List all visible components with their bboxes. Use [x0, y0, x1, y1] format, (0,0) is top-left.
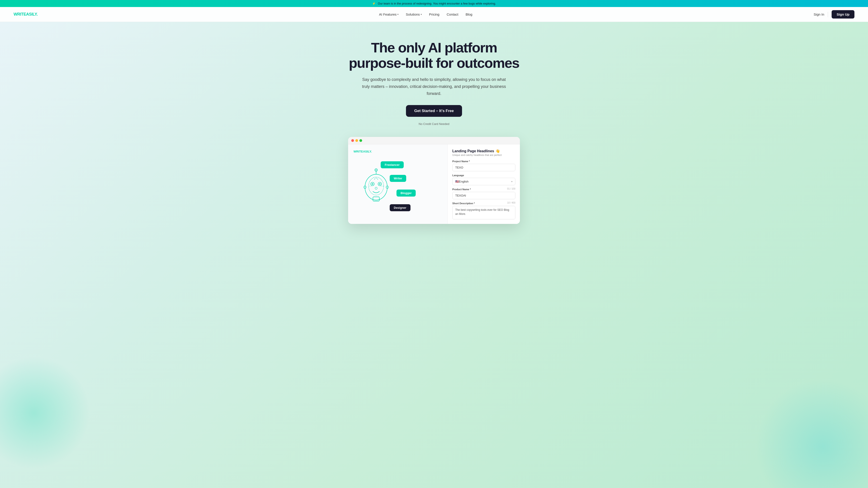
- language-select[interactable]: 🇺🇸 English ▾: [452, 178, 515, 185]
- chevron-down-icon: ▾: [397, 13, 399, 15]
- select-chevron-icon: ▾: [511, 180, 513, 183]
- announcement-banner: ⚡ Our team is in the process of redesign…: [0, 0, 868, 7]
- svg-point-7: [375, 187, 377, 190]
- preview-logo-dot: .: [371, 150, 372, 153]
- badge-writer: Writer: [390, 175, 406, 182]
- signin-button[interactable]: Sign In: [814, 12, 825, 16]
- nav-item-contact[interactable]: Contact: [447, 12, 458, 16]
- badge-freelancer: Freelancer: [381, 161, 404, 168]
- nav-link-solutions[interactable]: Solutions ▾: [406, 12, 422, 16]
- blog-label: Blog: [466, 12, 472, 16]
- svg-point-4: [372, 184, 373, 185]
- nav-link-ai-features[interactable]: AI Features ▾: [379, 12, 399, 16]
- announcement-emoji: ⚡: [372, 2, 376, 5]
- hero-content: The only AI platform purpose-built for o…: [349, 40, 519, 126]
- contact-label: Contact: [447, 12, 458, 16]
- nav-item-pricing[interactable]: Pricing: [429, 12, 439, 16]
- badge-designer: Designer: [390, 204, 410, 211]
- nav-links: AI Features ▾ Solutions ▾ Pricing Contac…: [379, 12, 472, 16]
- badge-blogger: Blogger: [397, 190, 416, 197]
- form-title-emoji: 👋: [495, 149, 500, 153]
- nav-link-pricing[interactable]: Pricing: [429, 12, 439, 16]
- hero-title: The only AI platform purpose-built for o…: [349, 40, 519, 71]
- pricing-label: Pricing: [429, 12, 439, 16]
- app-left-panel: WRITEASILY.: [348, 144, 447, 224]
- svg-rect-0: [373, 197, 379, 201]
- badge-container: Freelancer Writer Blogger Designer: [353, 157, 442, 219]
- cta-button[interactable]: Get Started – It's Free: [406, 105, 462, 117]
- titlebar: [348, 137, 520, 144]
- language-label: Language: [452, 174, 515, 177]
- product-name-input[interactable]: [452, 192, 515, 199]
- navbar: WRITEASILY. AI Features ▾ Solutions ▾ Pr…: [0, 7, 868, 22]
- app-preview-body: WRITEASILY.: [348, 144, 520, 224]
- hero-subtitle: Say goodbye to complexity and hello to s…: [362, 76, 506, 97]
- nav-link-contact[interactable]: Contact: [447, 12, 458, 16]
- nav-logo[interactable]: WRITEASILY.: [13, 12, 38, 17]
- nav-auth: Sign In Sign Up: [814, 10, 855, 19]
- close-dot: [351, 139, 354, 142]
- app-preview-logo: WRITEASILY.: [353, 150, 442, 153]
- product-name-label: Product Name *: [452, 188, 471, 191]
- logo-text: WRITEASILY: [13, 12, 37, 17]
- svg-point-10: [376, 170, 377, 170]
- svg-point-15: [374, 179, 375, 180]
- svg-point-6: [379, 184, 380, 185]
- maximize-dot: [360, 139, 362, 142]
- short-description-label: Short Description *: [452, 202, 475, 205]
- hero-title-line2: purpose-built for outcomes: [349, 55, 519, 71]
- nav-item-blog[interactable]: Blog: [466, 12, 472, 16]
- logo-dot: .: [37, 12, 38, 17]
- announcement-text: Our team is in the process of redesignin…: [378, 2, 496, 5]
- project-name-input[interactable]: [452, 164, 515, 171]
- project-name-label: Project Name *: [452, 160, 515, 163]
- svg-point-17: [377, 179, 378, 180]
- short-description-textarea[interactable]: The best copywriting tools ever for SEO …: [452, 206, 515, 219]
- flag-icon: 🇺🇸: [455, 180, 459, 183]
- robot-illustration: [360, 164, 392, 206]
- minimize-dot: [355, 139, 358, 142]
- form-title: Landing Page Headlines 👋: [452, 149, 515, 153]
- app-right-panel: Landing Page Headlines 👋 Unique and catc…: [447, 144, 520, 224]
- language-value: English: [459, 180, 469, 183]
- app-preview-window: WRITEASILY.: [348, 137, 520, 224]
- svg-point-16: [376, 178, 377, 179]
- no-credit-text: No Credit Card Needed: [418, 122, 450, 126]
- ai-features-label: AI Features: [379, 12, 397, 16]
- solutions-label: Solutions: [406, 12, 420, 16]
- nav-link-blog[interactable]: Blog: [466, 12, 472, 16]
- preview-logo-text: WRITEASILY: [353, 150, 371, 153]
- nav-item-ai-features[interactable]: AI Features ▾: [379, 12, 399, 16]
- product-name-counter: 01 / 100: [507, 188, 515, 190]
- form-title-text: Landing Page Headlines: [452, 149, 494, 153]
- signup-button[interactable]: Sign Up: [832, 10, 855, 19]
- nav-item-solutions[interactable]: Solutions ▾: [406, 12, 422, 16]
- short-description-counter: 10 / 400: [507, 201, 515, 204]
- hero-title-line1: The only AI platform: [371, 40, 497, 55]
- hero-section: The only AI platform purpose-built for o…: [0, 22, 868, 488]
- chevron-down-icon: ▾: [421, 13, 422, 15]
- form-subtitle: Unique and catchy headlines that are per…: [452, 154, 515, 156]
